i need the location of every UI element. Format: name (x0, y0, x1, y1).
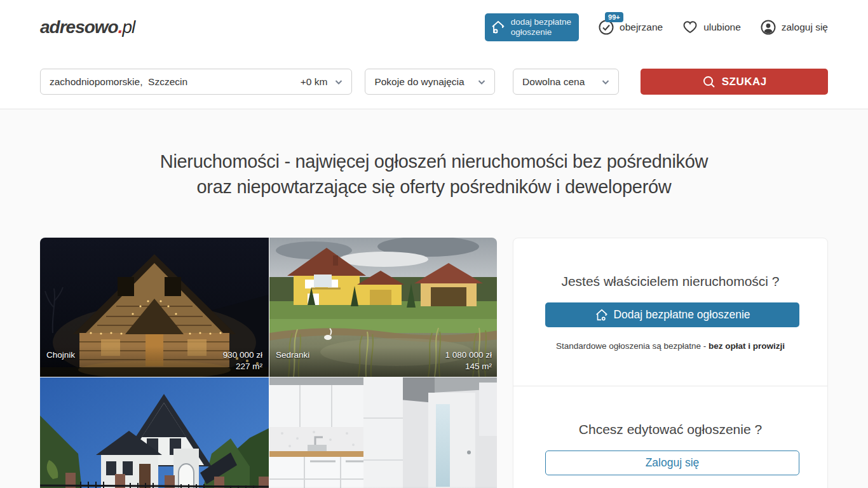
search-button[interactable]: SZUKAJ (641, 69, 828, 95)
viewed-label: obejrzane (620, 22, 663, 33)
location-field: +0 km (40, 69, 352, 95)
listing-name: Sedranki (276, 350, 309, 360)
listing-price: 930 000 zł (223, 350, 262, 360)
search-bar: +0 km Pokoje do wynajęcia Dowolna cena S… (0, 54, 868, 109)
main-content: Nieruchomości - najwięcej ogłoszeń nieru… (0, 109, 868, 488)
owner-heading: Jesteś właścicielem nieruchomości ? (545, 274, 796, 289)
property-photo-kitchen (269, 377, 497, 488)
logo-main: adresowo (40, 17, 118, 37)
favorites-label: ulubione (703, 22, 741, 33)
logo-suffix: pl (122, 17, 135, 37)
sidebar: Jesteś właścicielem nieruchomości ? Doda… (513, 238, 828, 488)
house-plus-icon (594, 308, 609, 323)
listing-overlay: Sedranki 1 080 000 zł 145 m² (269, 346, 497, 377)
location-input[interactable] (50, 76, 301, 88)
add-listing-sidebar-button[interactable]: Dodaj bezpłatne ogłoszenie (545, 302, 799, 327)
price-select[interactable]: Dowolna cena (513, 69, 619, 95)
listings-grid: Chojnik 930 000 zł 227 m² (40, 238, 497, 488)
listing-card[interactable]: Warszawa Wola, ul. 950 000 zł (269, 377, 497, 488)
listing-name: Chojnik (46, 350, 75, 360)
property-photo-white-house (40, 377, 269, 488)
add-listing-button[interactable]: dodaj bezpłatne ogłoszenie (485, 13, 579, 41)
listing-overlay: Chojnik 930 000 zł 227 m² (40, 346, 269, 377)
person-icon (760, 19, 776, 36)
radius-value[interactable]: +0 km (301, 76, 328, 88)
logo[interactable]: adresowo.pl (40, 17, 135, 37)
owner-section: Jesteś właścicielem nieruchomości ? Doda… (513, 238, 827, 386)
add-listing-sidebar-label: Dodaj bezpłatne ogłoszenie (613, 308, 750, 322)
listing-area: 145 m² (276, 362, 492, 372)
listing-card[interactable]: Sedranki 1 080 000 zł 145 m² (269, 238, 497, 377)
login-sidebar-button[interactable]: Zaloguj się (545, 451, 799, 475)
chevron-down-icon (600, 77, 611, 87)
property-type-select[interactable]: Pokoje do wynajęcia (365, 69, 495, 95)
edit-heading: Chcesz edytować ogłoszenie ? (545, 422, 796, 437)
price-value: Dowolna cena (522, 76, 585, 88)
house-plus-icon (490, 19, 506, 36)
listing-area: 227 m² (46, 362, 262, 372)
viewed-badge: 99+ (605, 12, 623, 22)
heart-icon (682, 19, 698, 36)
owner-note: Standardowe ogłoszenia są bezpłatne - be… (545, 341, 796, 351)
listing-card[interactable]: Chojnik 930 000 zł 227 m² (40, 238, 269, 377)
search-button-label: SZUKAJ (722, 76, 767, 88)
viewed-link[interactable]: 99+ obejrzane (598, 19, 663, 36)
edit-section: Chcesz edytować ogłoszenie ? Zaloguj się… (513, 386, 827, 488)
login-sidebar-label: Zaloguj się (646, 456, 700, 470)
chevron-down-icon[interactable] (334, 77, 344, 87)
login-label: zaloguj się (782, 22, 828, 33)
header-actions: dodaj bezpłatne ogłoszenie 99+ obejrzane… (485, 13, 828, 41)
listing-card[interactable]: Zegocin Podokole, ul. 1 055 000 zł (40, 377, 269, 488)
page-title: Nieruchomości - najwięcej ogłoszeń nieru… (0, 149, 868, 200)
viewed-icon-wrap: 99+ (598, 19, 614, 36)
property-type-value: Pokoje do wynajęcia (374, 76, 464, 88)
search-icon (702, 75, 716, 89)
chevron-down-icon (477, 77, 487, 87)
login-link[interactable]: zaloguj się (760, 19, 828, 36)
add-listing-label: dodaj bezpłatne ogłoszenie (511, 17, 571, 37)
listing-price: 1 080 000 zł (445, 350, 492, 360)
favorites-link[interactable]: ulubione (682, 19, 741, 36)
header: adresowo.pl dodaj bezpłatne ogłoszenie (0, 0, 868, 54)
